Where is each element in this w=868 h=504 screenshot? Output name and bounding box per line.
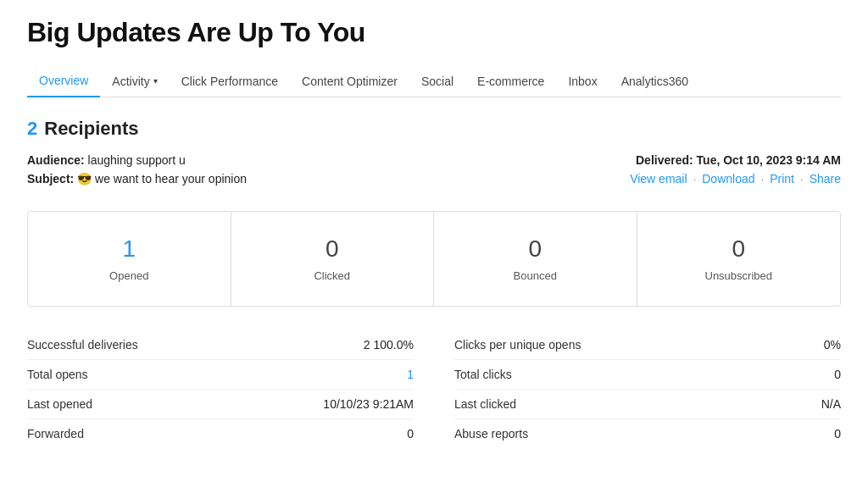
share-link[interactable]: Share — [810, 172, 841, 186]
recipients-count: 2 — [27, 118, 37, 140]
subject-row: Subject: 😎 we want to hear your opinion — [27, 172, 247, 186]
detail-row: Successful deliveries2 100.0% — [27, 330, 414, 360]
detail-value: 1 — [407, 368, 414, 381]
meta-right: Delivered: Tue, Oct 10, 2023 9:14 AM Vie… — [630, 153, 841, 186]
sep1: · — [693, 172, 696, 186]
detail-value: 0 — [407, 427, 414, 440]
action-links: View email · Download · Print · Share — [630, 172, 841, 186]
detail-row: Total clicks0 — [454, 360, 841, 390]
detail-key: Forwarded — [27, 427, 84, 440]
stat-cell-bounced: 0Bounced — [434, 212, 637, 306]
recipients-header: 2 Recipients — [27, 118, 841, 140]
detail-key: Abuse reports — [454, 427, 528, 440]
subject-label: Subject: — [27, 172, 74, 186]
detail-value: 0 — [834, 368, 841, 381]
stat-cell-opened: 1Opened — [28, 212, 231, 306]
nav-item-analytics360[interactable]: Analytics360 — [609, 66, 700, 97]
nav-item-overview[interactable]: Overview — [27, 65, 100, 97]
nav-item-click-performance[interactable]: Click Performance — [170, 66, 290, 97]
audience-row: Audience: laughing support u — [27, 153, 247, 167]
detail-key: Total opens — [27, 368, 88, 381]
nav-bar: OverviewActivity▾Click PerformanceConten… — [27, 65, 841, 97]
stat-label: Unsubscribed — [651, 269, 827, 282]
meta-section: Audience: laughing support u Subject: 😎 … — [27, 153, 841, 191]
stat-cell-clicked: 0Clicked — [231, 212, 435, 306]
subject-value: we want to hear your opinion — [95, 172, 247, 186]
sep2: · — [760, 172, 764, 186]
stats-grid: 1Opened0Clicked0Bounced0Unsubscribed — [27, 211, 841, 307]
nav-item-inbox[interactable]: Inbox — [556, 66, 609, 97]
detail-key: Total clicks — [454, 368, 512, 381]
detail-row: Clicks per unique opens0% — [454, 330, 841, 360]
subject-emoji: 😎 — [77, 172, 92, 186]
stat-label: Clicked — [245, 269, 420, 282]
page-title: Big Updates Are Up To You — [27, 17, 841, 48]
detail-key: Successful deliveries — [27, 338, 138, 352]
nav-item-social[interactable]: Social — [409, 66, 465, 97]
page-container: Big Updates Are Up To You OverviewActivi… — [0, 0, 868, 475]
meta-left: Audience: laughing support u Subject: 😎 … — [27, 153, 247, 191]
details-section: Successful deliveries2 100.0%Total opens… — [27, 330, 841, 448]
detail-col-left: Successful deliveries2 100.0%Total opens… — [27, 330, 414, 448]
stat-number: 0 — [448, 235, 623, 263]
stat-number: 0 — [245, 235, 420, 263]
sep3: · — [800, 172, 804, 186]
detail-key: Clicks per unique opens — [454, 338, 581, 352]
download-link[interactable]: Download — [702, 172, 754, 186]
delivered-label: Delivered: — [636, 153, 693, 167]
stat-number: 1 — [42, 235, 217, 263]
detail-col-right: Clicks per unique opens0%Total clicks0La… — [454, 330, 841, 448]
detail-value: 0 — [834, 427, 841, 440]
stat-cell-unsubscribed: 0Unsubscribed — [637, 212, 841, 306]
detail-key: Last clicked — [454, 397, 516, 411]
recipients-label: Recipients — [44, 118, 138, 140]
detail-value: 0% — [824, 338, 841, 352]
nav-item-e-commerce[interactable]: E-commerce — [465, 66, 556, 97]
detail-value: 10/10/23 9:21AM — [323, 397, 414, 411]
detail-row: Abuse reports0 — [454, 419, 841, 448]
audience-label: Audience: — [27, 153, 85, 167]
stat-label: Bounced — [448, 269, 623, 282]
detail-row: Forwarded0 — [27, 419, 414, 448]
delivered-row: Delivered: Tue, Oct 10, 2023 9:14 AM — [630, 153, 841, 167]
audience-value: laughing support u — [88, 153, 186, 167]
detail-value: 2 100.0% — [364, 338, 414, 352]
nav-item-content-optimizer[interactable]: Content Optimizer — [290, 66, 409, 97]
detail-row: Total opens1 — [27, 360, 414, 390]
chevron-down-icon: ▾ — [153, 76, 158, 86]
detail-key: Last opened — [27, 397, 92, 411]
view-email-link[interactable]: View email — [630, 172, 687, 186]
stat-label: Opened — [42, 269, 217, 282]
detail-row: Last opened10/10/23 9:21AM — [27, 390, 414, 419]
detail-row: Last clickedN/A — [454, 390, 841, 419]
detail-value: N/A — [821, 397, 841, 411]
delivered-value: Tue, Oct 10, 2023 9:14 AM — [697, 153, 841, 167]
print-link[interactable]: Print — [770, 172, 794, 186]
nav-item-activity[interactable]: Activity▾ — [100, 66, 169, 97]
stat-number: 0 — [651, 235, 827, 263]
